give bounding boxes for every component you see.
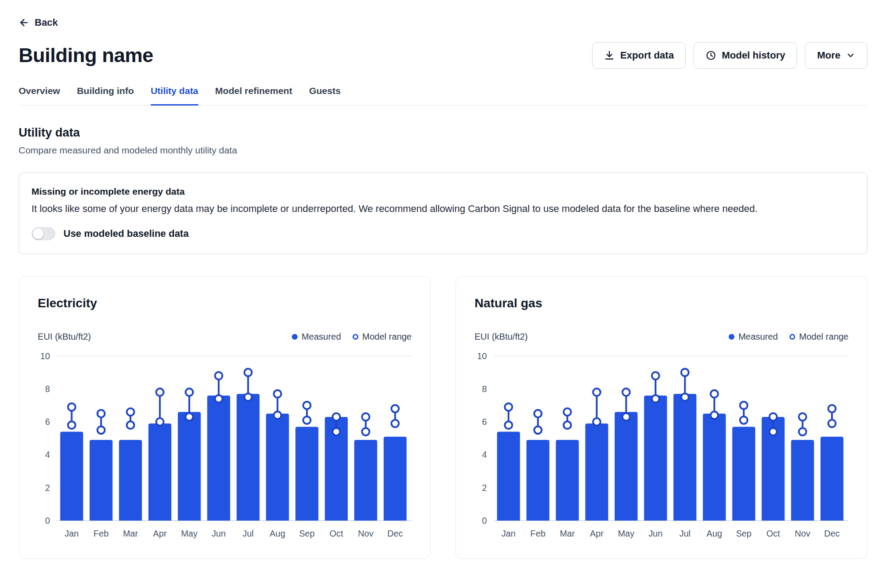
svg-text:Feb: Feb [530,529,546,538]
utility-data-section-header: Utility data Compare measured and modele… [19,126,867,156]
section-subtitle: Compare measured and modeled monthly uti… [19,145,867,156]
svg-text:Dec: Dec [387,529,403,538]
charts-row: Electricity EUI (kBtu/ft2) Measured Mode… [19,276,867,559]
svg-text:Mar: Mar [123,529,138,538]
alert-body: It looks like some of your energy data m… [31,203,855,215]
section-title: Utility data [19,126,867,140]
model-history-button[interactable]: Model history [694,42,797,69]
natural-gas-y-axis-label: EUI (kBtu/ft2) [475,332,528,342]
toggle-row: Use modeled baseline data [31,227,855,240]
use-modeled-baseline-toggle[interactable] [31,227,55,240]
model-history-label: Model history [722,50,785,61]
arrow-left-icon [19,17,29,28]
svg-text:0: 0 [45,516,50,525]
svg-text:Feb: Feb [94,529,109,538]
more-label: More [817,50,840,61]
natural-gas-legend: Measured Model range [729,332,848,342]
svg-text:Aug: Aug [706,529,722,538]
page: Back Building name Export data Model his… [0,0,887,559]
svg-text:Nov: Nov [795,529,810,538]
natural-gas-card: Natural gas EUI (kBtu/ft2) Measured Mode… [455,276,867,559]
svg-text:Jan: Jan [65,529,79,538]
electricity-card: Electricity EUI (kBtu/ft2) Measured Mode… [19,276,431,559]
svg-text:Oct: Oct [330,529,343,538]
svg-text:4: 4 [482,450,487,459]
svg-text:Sep: Sep [736,529,751,538]
clock-icon [706,50,716,61]
svg-text:Jun: Jun [212,529,226,538]
svg-text:2: 2 [482,483,487,493]
export-data-label: Export data [620,50,674,61]
svg-text:Nov: Nov [358,529,373,538]
svg-text:Jan: Jan [502,529,516,538]
electricity-meta-row: EUI (kBtu/ft2) Measured Model range [38,332,412,342]
svg-text:May: May [181,529,197,538]
svg-text:Dec: Dec [824,529,840,538]
legend-measured-label: Measured [302,332,341,342]
svg-text:Jul: Jul [679,529,691,538]
chevron-down-icon [846,51,856,60]
svg-text:Aug: Aug [270,529,285,538]
svg-text:May: May [618,529,634,538]
model-range-dot-icon [353,334,358,340]
legend-model-range-label: Model range [799,332,848,342]
svg-text:Mar: Mar [560,529,575,538]
electricity-chart-title: Electricity [38,296,412,310]
svg-text:6: 6 [45,417,50,427]
page-header: Building name Export data Model history … [19,42,867,69]
electricity-legend: Measured Model range [292,332,412,342]
toggle-knob [33,228,43,239]
svg-text:Apr: Apr [590,529,604,538]
more-button[interactable]: More [805,42,867,69]
export-data-button[interactable]: Export data [592,42,686,69]
electricity-chart: 0246810JanFebMarAprMayJunJulAugSepOctNov… [38,350,412,543]
legend-measured-label: Measured [738,332,778,342]
svg-text:2: 2 [45,483,50,493]
back-button[interactable]: Back [19,17,58,28]
legend-model-range: Model range [789,332,848,342]
svg-text:Jun: Jun [648,529,663,538]
tab-building-info[interactable]: Building info [77,86,133,106]
back-label: Back [35,17,58,28]
svg-text:Sep: Sep [299,529,314,538]
electricity-y-axis-label: EUI (kBtu/ft2) [38,332,91,342]
tab-utility-data[interactable]: Utility data [151,86,198,106]
svg-text:6: 6 [482,417,487,427]
tab-guests[interactable]: Guests [309,86,341,106]
tab-bar: Overview Building info Utility data Mode… [19,86,867,106]
svg-text:4: 4 [45,450,50,459]
tab-overview[interactable]: Overview [19,86,60,106]
page-title: Building name [19,44,153,67]
svg-text:Apr: Apr [153,529,167,538]
natural-gas-chart-title: Natural gas [475,296,848,310]
tab-model-refinement[interactable]: Model refinement [215,86,292,106]
toggle-label: Use modeled baseline data [63,228,188,239]
natural-gas-chart: 0246810JanFebMarAprMayJunJulAugSepOctNov… [475,350,848,543]
legend-measured: Measured [729,332,778,342]
svg-text:8: 8 [482,384,487,394]
svg-text:Oct: Oct [766,529,780,538]
measured-dot-icon [729,334,734,340]
download-icon [604,50,615,61]
svg-text:Jul: Jul [243,529,254,538]
legend-measured: Measured [292,332,341,342]
svg-text:10: 10 [40,351,50,361]
legend-model-range-label: Model range [362,332,412,342]
alert-title: Missing or incomplete energy data [31,186,855,197]
svg-text:10: 10 [477,351,487,361]
svg-text:0: 0 [482,516,487,525]
svg-text:8: 8 [45,384,50,394]
header-actions: Export data Model history More [592,42,867,69]
natural-gas-meta-row: EUI (kBtu/ft2) Measured Model range [475,332,848,342]
legend-model-range: Model range [353,332,412,342]
measured-dot-icon [292,334,298,340]
model-range-dot-icon [789,334,795,340]
missing-data-alert: Missing or incomplete energy data It loo… [19,172,867,254]
